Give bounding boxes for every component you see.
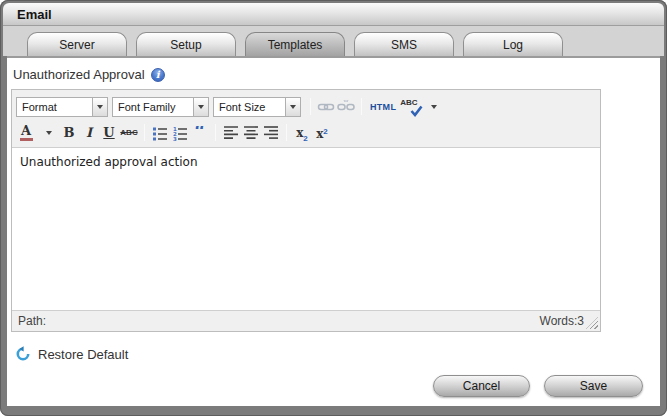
blockquote-button[interactable]: “ [190, 123, 210, 143]
italic-icon: I [86, 125, 92, 140]
spellcheck-icon: ABC [399, 97, 421, 117]
resize-handle-icon[interactable] [586, 317, 598, 329]
tab-label: SMS [391, 38, 417, 52]
subscript-icon: x2 [296, 123, 308, 143]
format-dropdown[interactable]: Format [16, 97, 108, 117]
tab-label: Templates [268, 38, 323, 52]
chevron-down-icon[interactable] [193, 98, 208, 116]
templates-panel: Unauthorized Approval Format Font Family… [7, 56, 660, 406]
restore-default-label: Restore Default [38, 347, 128, 362]
chevron-down-icon[interactable] [285, 98, 300, 116]
tab-label: Server [59, 38, 94, 52]
font-family-dropdown[interactable]: Font Family [112, 97, 209, 117]
tab-templates[interactable]: Templates [245, 32, 345, 56]
bold-button[interactable]: B [59, 123, 79, 143]
svg-text:3: 3 [173, 135, 177, 141]
toolbar-separator [215, 124, 216, 141]
unlink-icon [337, 99, 355, 115]
html-source-icon: HTML [367, 102, 399, 112]
align-right-button[interactable] [261, 123, 281, 143]
toolbar-separator [144, 124, 145, 141]
italic-button[interactable]: I [79, 123, 99, 143]
align-left-icon [223, 125, 239, 140]
chevron-down-icon [431, 105, 437, 109]
window-title: Email [17, 7, 52, 22]
tab-log[interactable]: Log [463, 32, 563, 56]
align-right-icon [263, 125, 279, 140]
toolbar-separator [361, 98, 362, 115]
toolbar-row-1: Format Font Family Font Size [16, 93, 596, 120]
font-size-dropdown[interactable]: Font Size [213, 97, 301, 117]
bullet-list-button[interactable] [150, 123, 170, 143]
tab-strip: Server Setup Templates SMS Log [3, 26, 664, 56]
strikethrough-icon: ABC [120, 128, 137, 137]
strikethrough-button[interactable]: ABC [119, 123, 139, 143]
chevron-down-icon[interactable] [92, 98, 107, 116]
editor-statusbar: Path: Words:3 [12, 310, 600, 331]
spellcheck-button[interactable]: ABC [399, 97, 421, 117]
bold-icon: B [64, 125, 75, 140]
path-label: Path: [18, 314, 46, 328]
font-family-dropdown-value: Font Family [113, 98, 193, 116]
insert-link-button[interactable] [316, 97, 336, 117]
ordered-list-icon: 1 2 3 [172, 125, 188, 141]
font-color-icon: A [20, 124, 33, 141]
restore-default-icon [15, 346, 31, 362]
save-button[interactable]: Save [544, 375, 643, 397]
tab-sms[interactable]: SMS [354, 32, 454, 56]
chevron-down-icon [46, 131, 52, 135]
editor-body[interactable]: Unauthorized approval action [12, 148, 600, 310]
format-dropdown-value: Format [17, 98, 92, 116]
editor-toolbar: Format Font Family Font Size [12, 90, 600, 148]
word-count: Words:3 [540, 314, 584, 328]
toolbar-separator [286, 124, 287, 141]
remove-link-button[interactable] [336, 97, 356, 117]
template-name-label: Unauthorized Approval [13, 67, 145, 82]
align-center-button[interactable] [241, 123, 261, 143]
underline-button[interactable]: U [99, 123, 119, 143]
email-settings-window: Email Server Setup Templates SMS Log Una… [0, 0, 667, 416]
html-source-button[interactable]: HTML [367, 97, 399, 117]
underline-icon: U [103, 125, 114, 140]
align-center-icon [243, 125, 259, 140]
tab-label: Setup [170, 38, 201, 52]
font-color-menu-button[interactable] [39, 123, 59, 143]
superscript-button[interactable]: x2 [312, 123, 332, 143]
numbered-list-button[interactable]: 1 2 3 [170, 123, 190, 143]
blockquote-icon: “ [194, 126, 206, 140]
template-name-row: Unauthorized Approval [13, 67, 165, 82]
subscript-button[interactable]: x2 [292, 123, 312, 143]
rich-text-editor: Format Font Family Font Size [11, 89, 601, 332]
align-left-button[interactable] [221, 123, 241, 143]
toolbar-separator [310, 98, 311, 115]
link-icon [317, 100, 335, 114]
font-color-button[interactable]: A [16, 123, 36, 143]
toolbar-row-2: A B I U ABC [16, 120, 596, 145]
tab-server[interactable]: Server [27, 32, 127, 56]
spellcheck-menu-button[interactable] [424, 97, 444, 117]
font-size-dropdown-value: Font Size [214, 98, 285, 116]
superscript-icon: x2 [316, 124, 328, 142]
action-buttons: Cancel Save [433, 375, 643, 397]
cancel-button[interactable]: Cancel [433, 375, 530, 397]
unordered-list-icon [152, 125, 168, 141]
window-titlebar: Email [3, 3, 664, 26]
restore-default-button[interactable]: Restore Default [15, 346, 128, 362]
info-icon[interactable] [151, 68, 165, 82]
tab-setup[interactable]: Setup [136, 32, 236, 56]
tab-label: Log [503, 38, 523, 52]
